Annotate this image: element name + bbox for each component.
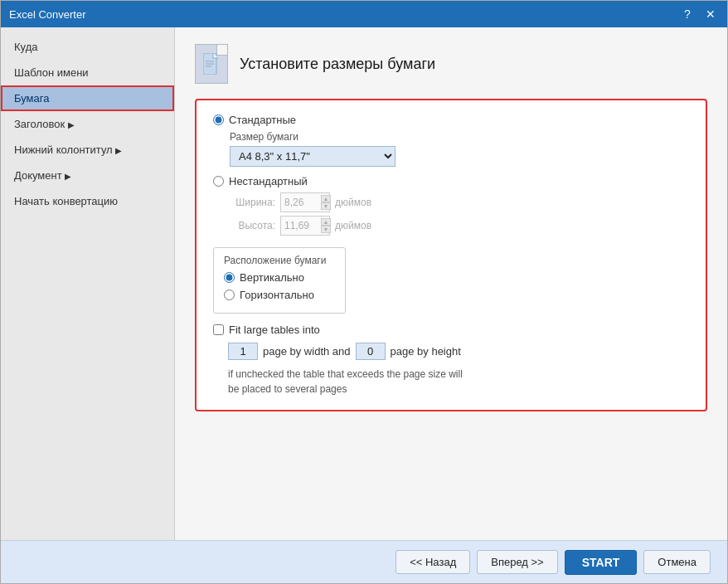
cancel-button[interactable]: Отмена: [643, 550, 711, 574]
page-icon: [195, 44, 228, 84]
fit-label[interactable]: Fit large tables into: [229, 324, 320, 336]
height-input[interactable]: [284, 220, 321, 231]
horizontal-label[interactable]: Горизонтально: [240, 289, 314, 301]
sidebar-item-kolontitul[interactable]: Нижний колонтитул: [1, 137, 174, 163]
paper-size-label: Размер бумаги: [230, 131, 689, 143]
orientation-title: Расположение бумаги: [224, 255, 335, 266]
page-height-text: page by height: [391, 345, 461, 358]
height-spinbox: ▲ ▼: [280, 216, 330, 236]
custom-label[interactable]: Нестандартный: [229, 175, 308, 187]
content-area: Куда Шаблон имени Бумага Заголовок Нижни…: [1, 27, 727, 540]
height-decrement-btn[interactable]: ▼: [321, 226, 331, 233]
page-header: Установите размеры бумаги: [195, 44, 707, 84]
main-window: Excel Converter ? ✕ Куда Шаблон имени Бу…: [0, 0, 728, 584]
sidebar-item-zagolovok[interactable]: Заголовок: [1, 111, 174, 137]
main-panel: Установите размеры бумаги Стандартные Ра…: [175, 27, 727, 540]
hint-text: if unchecked the table that exceeds the …: [228, 367, 689, 397]
standard-radio[interactable]: [213, 114, 224, 125]
sidebar-item-start-conversion[interactable]: Начать конвертацию: [1, 188, 174, 214]
vertical-label[interactable]: Вертикально: [240, 271, 304, 284]
width-field-row: Ширина: ▲ ▼ дюймов: [230, 192, 689, 212]
horizontal-radio-row: Горизонтально: [224, 289, 335, 301]
sidebar-item-kuda[interactable]: Куда: [1, 34, 174, 60]
sidebar-item-shablon[interactable]: Шаблон имени: [1, 60, 174, 85]
page-width-text: page by width and: [263, 345, 351, 358]
height-spinbox-btns: ▲ ▼: [321, 218, 331, 233]
fit-tables-checkbox[interactable]: [213, 324, 224, 335]
paper-size-select-row: A4 8,3" x 11,7" Letter 8,5" x 11" Legal …: [230, 146, 689, 167]
width-unit: дюймов: [335, 197, 371, 208]
page-title: Установите размеры бумаги: [240, 56, 435, 73]
back-button[interactable]: << Назад: [396, 550, 470, 574]
height-field-row: Высота: ▲ ▼ дюймов: [230, 216, 689, 236]
vertical-radio-row: Вертикально: [224, 271, 335, 284]
close-button[interactable]: ✕: [702, 6, 719, 22]
sidebar: Куда Шаблон имени Бумага Заголовок Нижни…: [1, 27, 175, 540]
sidebar-item-bumaga[interactable]: Бумага: [1, 85, 174, 111]
height-label: Высота:: [230, 220, 275, 231]
width-label: Ширина:: [230, 197, 275, 208]
height-increment-btn[interactable]: ▲: [321, 218, 331, 226]
titlebar: Excel Converter ? ✕: [1, 1, 727, 27]
custom-radio-row: Нестандартный: [213, 175, 689, 187]
fit-row: Fit large tables into: [213, 324, 689, 336]
width-input[interactable]: [284, 197, 321, 208]
custom-radio[interactable]: [213, 176, 224, 187]
document-icon: [203, 53, 220, 75]
width-decrement-btn[interactable]: ▼: [321, 202, 331, 210]
standard-radio-row: Стандартные: [213, 114, 689, 126]
orientation-box: Расположение бумаги Вертикально Горизонт…: [213, 247, 346, 314]
window-title: Excel Converter: [9, 8, 85, 21]
width-spinbox: ▲ ▼: [280, 192, 330, 212]
settings-box: Стандартные Размер бумаги A4 8,3" x 11,7…: [195, 99, 707, 411]
page-height-input[interactable]: [356, 343, 386, 360]
standard-label[interactable]: Стандартные: [229, 114, 296, 126]
pages-row: page by width and page by height: [228, 343, 689, 360]
width-spinbox-btns: ▲ ▼: [321, 195, 331, 210]
footer: << Назад Вперед >> START Отмена: [1, 540, 727, 583]
forward-button[interactable]: Вперед >>: [477, 550, 558, 574]
sidebar-item-dokument[interactable]: Документ: [1, 163, 174, 188]
titlebar-controls: ? ✕: [679, 6, 719, 22]
width-increment-btn[interactable]: ▲: [321, 195, 331, 202]
paper-size-select[interactable]: A4 8,3" x 11,7" Letter 8,5" x 11" Legal …: [230, 146, 396, 167]
page-width-input[interactable]: [228, 343, 258, 360]
height-unit: дюймов: [335, 220, 371, 231]
vertical-radio[interactable]: [224, 272, 235, 283]
help-button[interactable]: ?: [679, 6, 696, 22]
horizontal-radio[interactable]: [224, 290, 235, 300]
start-button[interactable]: START: [565, 550, 638, 575]
custom-fields: Ширина: ▲ ▼ дюймов Высота:: [230, 192, 689, 236]
